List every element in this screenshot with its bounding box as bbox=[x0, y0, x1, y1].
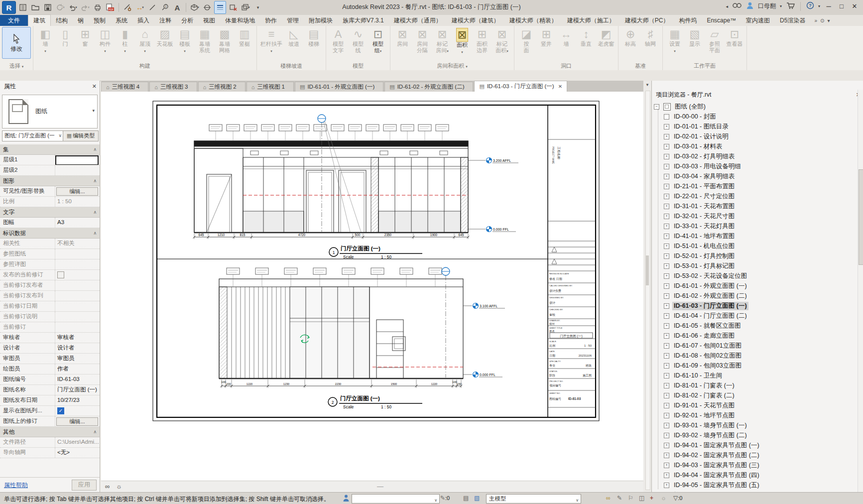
group-header[interactable]: 标识数据∧ bbox=[0, 228, 100, 239]
browser-sheet-item[interactable]: + ID-32-01 - 天花尺寸图 bbox=[652, 211, 856, 221]
ribbon-tab[interactable]: 构件坞 bbox=[674, 15, 702, 26]
browser-sheet-item[interactable]: + ID-94-04 - 固定家具节点图 (四) bbox=[652, 470, 856, 480]
property-row[interactable]: 绘图员作者 bbox=[0, 364, 100, 375]
selection-settings-icon[interactable]: ☼ bbox=[661, 495, 666, 502]
ribbon-button[interactable]: ⊡模型 组▾ bbox=[368, 27, 388, 55]
filter-icon[interactable]: ▽:0 bbox=[673, 495, 682, 502]
group-header[interactable]: 文字∧ bbox=[0, 207, 100, 218]
ribbon-button[interactable]: ◺坡道 bbox=[284, 27, 304, 48]
browser-sheet-item[interactable]: + ID-61-05 - 就餐区立面图 bbox=[652, 321, 856, 331]
browser-sheet-item[interactable]: + ID-61-08 - 包间02立面图 bbox=[652, 351, 856, 361]
undo-icon[interactable]: ▾ bbox=[67, 1, 78, 13]
file-tab[interactable]: 文件 bbox=[0, 15, 28, 26]
browser-sheet-item[interactable]: + ID-61-07 - 包间01立面图 bbox=[652, 341, 856, 351]
expand-icon[interactable]: + bbox=[664, 144, 669, 149]
browser-sheet-item[interactable]: + ID-61-01 - 外观立面图 (一) bbox=[652, 281, 856, 291]
browser-sheet-item[interactable]: + ID-21-01 - 平面布置图 bbox=[652, 181, 856, 191]
browser-sheet-item[interactable]: + ID-52-01 - 灯具控制图 bbox=[652, 251, 856, 261]
redo-icon[interactable]: ▾ bbox=[80, 1, 91, 13]
revisions-edit-button[interactable]: 编辑... bbox=[56, 417, 98, 426]
default-3d-view-icon[interactable]: ▾ bbox=[189, 1, 200, 13]
thin-lines-icon[interactable] bbox=[214, 1, 226, 14]
ribbon-button[interactable]: ↔墙 bbox=[556, 27, 576, 48]
ribbon-button[interactable]: ◫构件 ▾ bbox=[95, 27, 115, 55]
ribbon-tab[interactable]: 插入 bbox=[132, 15, 154, 26]
edit-type-button[interactable]: ▦编辑类型 bbox=[63, 130, 99, 141]
window-maximize-button[interactable]: □ bbox=[837, 2, 846, 10]
ribbon-tab[interactable]: 建筑 bbox=[28, 14, 51, 26]
browser-sheet-item[interactable]: + ID-94-02 - 固定家具节点图 (二) bbox=[652, 450, 856, 460]
apply-button[interactable]: 应用 bbox=[72, 480, 97, 491]
ribbon-tab[interactable]: D5渲染器 bbox=[775, 15, 810, 26]
property-row[interactable]: 图幅A3 bbox=[0, 218, 100, 228]
ribbon-button[interactable]: ↕垂直 bbox=[576, 27, 596, 48]
browser-sheet-item[interactable]: + ID-81-01 - 门窗表 (一) bbox=[652, 380, 856, 390]
type-selector-dropdown-icon[interactable]: ▾ bbox=[92, 108, 95, 113]
expand-icon[interactable]: + bbox=[664, 323, 669, 329]
text-icon[interactable]: A bbox=[172, 1, 183, 13]
expand-icon[interactable]: + bbox=[664, 283, 669, 289]
ribbon-button[interactable]: ⊠房间 bbox=[392, 27, 412, 48]
sheet-view[interactable]: 645 1210 815 4720 500 2350 1900 645 3.20… bbox=[101, 92, 643, 481]
ribbon-tab[interactable]: 注释 bbox=[154, 15, 176, 26]
active-workset-combo[interactable]: ∨ bbox=[352, 494, 440, 504]
help-dropdown-icon[interactable]: ▾ bbox=[818, 4, 820, 8]
drawing-area[interactable]: ⌂ 三维视图 4 ⌂ 三维视图 3 ⌂ 三维视图 2 ⌂ 三维视图 1 ▤ ID… bbox=[101, 81, 643, 492]
expand-icon[interactable]: + bbox=[664, 164, 669, 169]
property-row[interactable]: 导向轴网<无> bbox=[0, 448, 100, 458]
ribbon-tab[interactable]: 室内速图 bbox=[741, 15, 775, 26]
section-icon[interactable] bbox=[202, 1, 213, 13]
view-tab[interactable]: ▤ ID-61-02 - 外观立面图 (二) bbox=[384, 82, 473, 92]
browser-sheet-item[interactable]: + ID-61-09 - 包间03立面图 bbox=[652, 361, 856, 371]
browser-root-sheets[interactable]: − 图纸 (全部) bbox=[652, 102, 856, 112]
property-row[interactable]: 显示在图纸列...✓ bbox=[0, 406, 100, 416]
expand-icon[interactable]: + bbox=[664, 373, 669, 378]
temporary-hide-isolate-icon[interactable]: ☼ bbox=[116, 483, 122, 490]
view-tab[interactable]: ⌂ 三维视图 4 bbox=[101, 82, 148, 92]
browser-sheet-item[interactable]: + ID-53-02 - 天花设备定位图 bbox=[652, 271, 856, 281]
browser-sheet-item[interactable]: + ID-81-02 - 门窗表 (二) bbox=[652, 390, 856, 400]
ribbon-tab[interactable]: 预制 bbox=[89, 15, 111, 26]
browser-sheet-item[interactable]: + ID-61-06 - 走廊立面图 bbox=[652, 331, 856, 341]
app-store-cart-icon[interactable] bbox=[786, 1, 795, 11]
view-tab[interactable]: ▤ ID-61-01 - 外观立面图 (一) bbox=[295, 82, 383, 92]
property-row[interactable]: 审核者审核者 bbox=[0, 333, 100, 343]
property-row[interactable]: 图纸发布日期10/27/23 bbox=[0, 395, 100, 406]
browser-sheet-item[interactable]: + ID-53-01 - 灯具标记图 bbox=[652, 261, 856, 271]
ribbon-button[interactable]: ⊞面积 边界 bbox=[472, 27, 492, 55]
print-icon[interactable] bbox=[92, 1, 103, 13]
ribbon-button[interactable]: ▯门 bbox=[55, 27, 75, 48]
window-minimize-button[interactable]: ─ bbox=[824, 2, 833, 10]
expand-icon[interactable]: + bbox=[664, 453, 669, 458]
browser-sheet-item[interactable]: + ID-33-01 - 天花灯具图 bbox=[652, 221, 856, 231]
ribbon-tab[interactable]: 分析 bbox=[176, 15, 198, 26]
select-underlay-toggle-icon[interactable]: ✎ bbox=[617, 495, 622, 502]
modify-button[interactable]: 修改 bbox=[2, 27, 31, 59]
appears-in-sheet-list-checkbox[interactable]: ✓ bbox=[57, 407, 64, 414]
drag-on-selection-toggle-icon[interactable]: + bbox=[650, 495, 653, 502]
sync-icon[interactable]: ▾ bbox=[55, 1, 66, 13]
expand-icon[interactable]: + bbox=[664, 463, 669, 468]
browser-sheet-item[interactable]: + ID-93-01 - 墙身节点图 (一) bbox=[652, 420, 856, 430]
expand-icon[interactable]: + bbox=[664, 263, 669, 269]
expand-icon[interactable]: + bbox=[664, 293, 669, 299]
close-hidden-windows-icon[interactable] bbox=[228, 1, 239, 13]
ribbon-tab[interactable]: 建模大师（建筑） bbox=[447, 15, 504, 26]
ribbon-tab[interactable]: 视图 bbox=[198, 15, 220, 26]
expand-icon[interactable]: + bbox=[664, 134, 669, 139]
expand-icon[interactable]: + bbox=[664, 244, 669, 249]
group-header[interactable]: 图形∧ bbox=[0, 176, 100, 186]
select-by-face-toggle-icon[interactable]: ◫ bbox=[639, 495, 644, 502]
ribbon-tab[interactable]: 建模大师（施工） bbox=[562, 15, 620, 26]
ribbon-state-icon[interactable]: ⊙ bbox=[820, 18, 824, 23]
type-selector[interactable]: 图纸 ▾ bbox=[2, 95, 98, 128]
expand-icon[interactable]: + bbox=[664, 363, 669, 369]
save-icon[interactable] bbox=[42, 1, 53, 13]
expand-icon[interactable]: + bbox=[664, 194, 669, 199]
tab-list-dropdown-icon[interactable]: ▼ bbox=[645, 83, 649, 87]
expand-icon[interactable]: + bbox=[664, 234, 669, 239]
view-tab-close-icon[interactable]: ✕ bbox=[558, 84, 562, 89]
expand-icon[interactable]: + bbox=[664, 303, 669, 309]
expand-icon[interactable]: + bbox=[664, 353, 669, 359]
ribbon-tab[interactable]: 建模大师（PC） bbox=[620, 15, 674, 26]
